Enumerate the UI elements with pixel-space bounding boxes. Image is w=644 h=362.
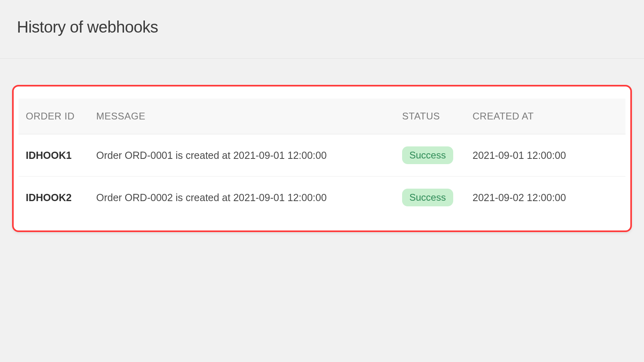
cell-message: Order ORD-0001 is created at 2021-09-01 … — [89, 134, 395, 177]
cell-status: Success — [395, 134, 465, 177]
page-title: History of webhooks — [17, 18, 644, 36]
status-badge: Success — [402, 189, 453, 206]
cell-message: Order ORD-0002 is created at 2021-09-01 … — [89, 177, 395, 219]
status-badge: Success — [402, 146, 453, 164]
table-header-row: ORDER ID MESSAGE STATUS CREATED AT — [19, 99, 625, 134]
cell-order-id: IDHOOK2 — [19, 177, 89, 219]
cell-order-id: IDHOOK1 — [19, 134, 89, 177]
col-header-status: STATUS — [395, 99, 465, 134]
col-header-message: MESSAGE — [89, 99, 395, 134]
webhook-history-table: ORDER ID MESSAGE STATUS CREATED AT IDHOO… — [19, 99, 625, 218]
cell-created-at: 2021-09-02 12:00:00 — [465, 177, 625, 219]
cell-created-at: 2021-09-01 12:00:00 — [465, 134, 625, 177]
table-row: IDHOOK2 Order ORD-0002 is created at 202… — [19, 177, 625, 219]
page-header: History of webhooks — [0, 0, 644, 59]
col-header-order-id: ORDER ID — [19, 99, 89, 134]
webhook-history-panel: ORDER ID MESSAGE STATUS CREATED AT IDHOO… — [12, 85, 632, 232]
content-area: ORDER ID MESSAGE STATUS CREATED AT IDHOO… — [0, 59, 644, 232]
col-header-created-at: CREATED AT — [465, 99, 625, 134]
cell-status: Success — [395, 177, 465, 219]
table-row: IDHOOK1 Order ORD-0001 is created at 202… — [19, 134, 625, 177]
